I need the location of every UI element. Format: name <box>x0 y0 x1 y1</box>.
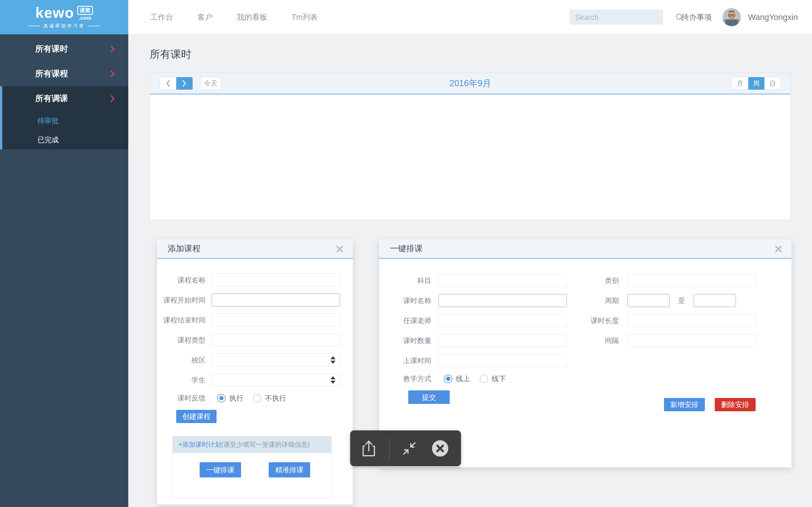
lesson-count-input[interactable] <box>439 334 567 347</box>
radio-execute-label: 执行 <box>229 393 243 403</box>
delete-arrangement-button[interactable]: 删除安排 <box>715 398 756 411</box>
calendar-title: 2016年9月 <box>150 77 791 89</box>
calendar-toolbar: 今天 2016年9月 月 周 日 <box>150 73 791 94</box>
student-label: 学生 <box>157 376 206 385</box>
stepper-icon[interactable] <box>331 356 336 364</box>
radio-online[interactable] <box>444 375 452 383</box>
course-name-label: 课程名称 <box>157 276 206 285</box>
course-start-input[interactable] <box>212 293 340 306</box>
search-box <box>569 10 663 25</box>
close-circle-icon[interactable] <box>432 440 449 457</box>
sidebar-item-all-reschedules[interactable]: 所有调课 <box>2 86 128 111</box>
radio-online-label: 线上 <box>456 374 470 383</box>
brand-logo[interactable]: kewo 课窝 .com 真诚帮助学习者 <box>0 0 128 34</box>
period-to-label: 至 <box>678 296 685 305</box>
feedback-label: 课时反馈 <box>157 393 206 403</box>
lesson-name-input[interactable] <box>439 294 567 307</box>
category-input[interactable] <box>627 274 756 287</box>
lesson-name-label: 课时名称 <box>379 296 432 305</box>
chevron-right-icon <box>110 95 115 102</box>
top-nav: 工作台 客户 我的看板 Tm列表 <box>128 12 318 22</box>
compress-icon[interactable] <box>402 441 417 456</box>
sidebar: kewo 课窝 .com 真诚帮助学习者 所有课时 所有课程 <box>0 0 128 507</box>
period-start-input[interactable] <box>627 294 670 307</box>
logo-badge: 课窝 <box>77 6 93 15</box>
page-title: 所有课时 <box>150 47 192 61</box>
subject-label: 科目 <box>379 276 432 285</box>
period-end-input[interactable] <box>694 294 736 307</box>
class-time-input[interactable] <box>439 354 567 367</box>
teacher-label: 任课老师 <box>379 316 432 325</box>
campus-select[interactable] <box>212 353 340 367</box>
nav-item-customers[interactable]: 客户 <box>197 12 213 22</box>
radio-not-execute[interactable] <box>253 394 261 402</box>
avatar[interactable] <box>723 8 741 26</box>
radio-not-execute-label: 不执行 <box>265 393 286 403</box>
chevron-right-icon <box>110 45 115 53</box>
logo-suffix: .com <box>79 15 91 21</box>
toolbar-divider <box>389 438 390 459</box>
lesson-duration-label: 课时长度 <box>582 316 619 325</box>
course-start-label: 课程开始时间 <box>157 295 206 305</box>
todo-link[interactable]: 待办事项 <box>681 0 712 34</box>
period-label: 周期 <box>582 296 619 305</box>
radio-offline-label: 线下 <box>492 374 506 383</box>
submit-button[interactable]: 提交 <box>408 390 450 404</box>
modal-title: 一键排课 <box>390 243 423 255</box>
sidebar-subitem-completed[interactable]: 已完成 <box>2 130 128 149</box>
course-end-label: 课程结束时间 <box>157 316 206 325</box>
chevron-right-icon <box>110 70 115 77</box>
course-type-input[interactable] <box>212 334 340 346</box>
subject-input[interactable] <box>439 274 567 287</box>
course-end-input[interactable] <box>212 314 340 327</box>
tagline-line-right <box>88 25 100 26</box>
top-header: 工作台 客户 我的看板 Tm列表 待办事项 WangYongxin <box>128 0 812 34</box>
nav-item-dashboard[interactable]: 我的看板 <box>237 12 267 22</box>
course-type-label: 课程类型 <box>157 335 206 345</box>
lesson-plan-header: +添加课时计划 (请至少填写一堂课的详细信息) <box>173 437 331 453</box>
sidebar-item-all-lessons[interactable]: 所有课时 <box>0 37 128 61</box>
course-name-input[interactable] <box>212 274 340 286</box>
close-icon[interactable] <box>335 244 344 253</box>
precise-schedule-button[interactable]: 精准排课 <box>269 462 310 477</box>
add-course-modal: 添加课程 课程名称 课程开始时间 课程结束时间 课程类型 校区 <box>157 239 353 504</box>
add-arrangement-button[interactable]: 新增安排 <box>664 398 705 411</box>
sidebar-item-all-courses[interactable]: 所有课程 <box>0 61 128 86</box>
tagline-line-left <box>28 25 40 26</box>
nav-item-workbench[interactable]: 工作台 <box>150 12 173 22</box>
screenshot-overlay-toolbar <box>350 431 461 466</box>
add-lesson-plan-link[interactable]: +添加课时计划 <box>179 440 221 449</box>
radio-offline[interactable] <box>479 375 488 383</box>
campus-label: 校区 <box>157 355 206 365</box>
lesson-plan-box: +添加课时计划 (请至少填写一堂课的详细信息) 一键排课 精准排课 <box>172 436 332 498</box>
sidebar-subitem-pending-approval[interactable]: 待审批 <box>2 111 128 130</box>
avatar-image <box>723 8 741 26</box>
interval-label: 间隔 <box>582 336 619 345</box>
sidebar-active-section: 所有调课 待审批 已完成 <box>0 86 128 149</box>
nav-item-tm-list[interactable]: Tm列表 <box>292 12 318 22</box>
interval-input[interactable] <box>627 334 756 347</box>
student-select[interactable] <box>212 374 340 386</box>
schedule-modal-header: 一键排课 <box>379 239 792 259</box>
share-icon[interactable] <box>361 439 377 457</box>
create-course-button[interactable]: 创建课程 <box>176 410 216 423</box>
one-click-schedule-button[interactable]: 一键排课 <box>200 462 241 477</box>
category-label: 类别 <box>582 276 619 285</box>
add-course-modal-header: 添加课程 <box>157 239 353 259</box>
brand-tagline: 真诚帮助学习者 <box>28 23 100 29</box>
close-icon[interactable] <box>774 244 783 253</box>
radio-execute[interactable] <box>217 394 225 402</box>
search-input[interactable] <box>569 10 675 25</box>
logo-wordmark: kewo <box>35 5 74 20</box>
lesson-plan-note: (请至少填写一堂课的详细信息) <box>221 440 310 449</box>
lesson-count-label: 课时数量 <box>379 336 432 345</box>
calendar-panel: 今天 2016年9月 月 周 日 <box>150 73 791 220</box>
teaching-mode-label: 教学方式 <box>379 374 432 383</box>
modal-title: 添加课程 <box>168 243 200 255</box>
user-name[interactable]: WangYongxin <box>748 0 798 34</box>
teacher-input[interactable] <box>439 314 567 327</box>
stepper-icon[interactable] <box>331 376 336 384</box>
class-time-label: 上课时间 <box>379 356 432 365</box>
lesson-duration-input[interactable] <box>627 314 756 327</box>
